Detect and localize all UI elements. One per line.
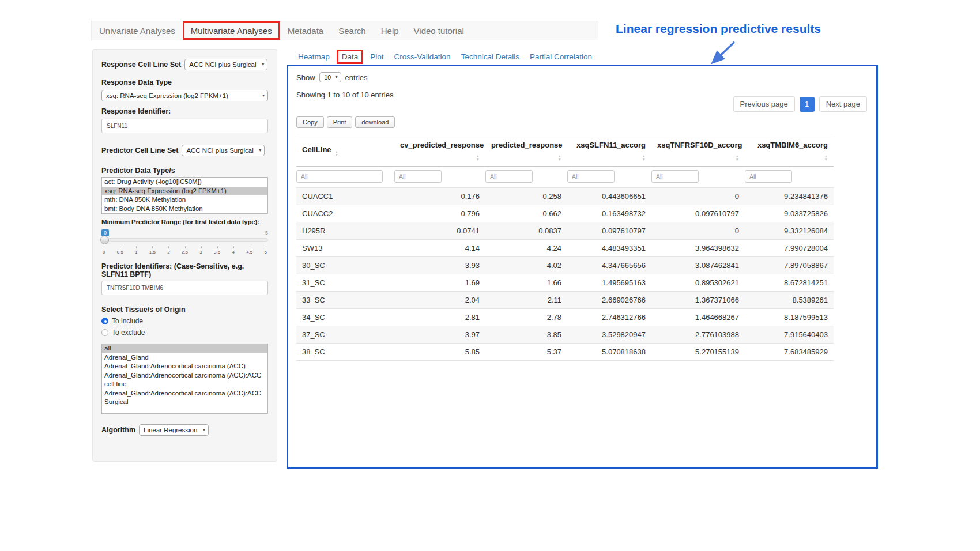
sort-icon[interactable]: ▲▼ (335, 150, 338, 157)
sidebar: Response Cell Line Set ACC NCI plus Surg… (92, 49, 277, 462)
sort-icon[interactable]: ▲▼ (476, 154, 480, 161)
option-xsq-rna-seq-expression-log2-fpkm-1[interactable]: xsq: RNA-seq Expression (log2 FPKM+1) (102, 187, 267, 196)
nav-item-search[interactable]: Search (331, 21, 374, 40)
option-all[interactable]: all (102, 344, 267, 353)
option-adrenal-gland-adrenocortical-carcinoma-acc[interactable]: Adrenal_Gland:Adrenocortical carcinoma (… (102, 362, 267, 371)
tissue-listbox: allAdrenal_GlandAdrenal_Gland:Adrenocort… (101, 344, 268, 414)
slider-tick: 0.5 (117, 246, 123, 255)
column-filter-cellline[interactable] (296, 170, 383, 183)
response-identifier-input[interactable] (101, 119, 268, 133)
column-header-predicted-response[interactable]: predicted_response▲▼ (485, 135, 567, 167)
column-filter-xsqslfn11-accorg[interactable] (567, 170, 615, 183)
tab-cross-validation[interactable]: Cross-Validation (389, 50, 456, 64)
column-header-xsqtnfrsf10d-accorg[interactable]: xsqTNFRSF10D_accorg▲▼ (651, 135, 745, 167)
table-cell: 3.85 (485, 326, 567, 344)
table-cell: 0.895302621 (651, 274, 745, 292)
algorithm-select[interactable]: Linear Regression (139, 424, 209, 436)
table-row[interactable]: 30_SC3.934.024.3476656563.0874628417.897… (296, 257, 834, 274)
table-row[interactable]: CUACC20.7960.6620.1634987320.0976107979.… (296, 205, 834, 222)
table-row[interactable]: CUACC10.1760.2580.44360665109.234841376 (296, 188, 834, 205)
current-page-button[interactable]: 1 (800, 97, 815, 112)
next-page-button[interactable]: Next page (819, 96, 867, 112)
column-header-xsqtmbim6-accorg[interactable]: xsqTMBIM6_accorg▲▼ (745, 135, 834, 167)
option-bmt-body-dna-850k-methylation[interactable]: bmt: Body DNA 850K Methylation (102, 205, 267, 214)
column-header-label: predicted_response (491, 141, 563, 149)
table-cell: 34_SC (296, 309, 394, 326)
previous-page-button[interactable]: Previous page (733, 96, 795, 112)
table-cell: 31_SC (296, 274, 394, 292)
table-cell: CUACC2 (296, 205, 394, 222)
option-adrenal-gland[interactable]: Adrenal_Gland (102, 353, 267, 363)
table-filter-row (296, 167, 834, 188)
table-cell: CUACC1 (296, 188, 394, 205)
slider-handle[interactable] (100, 236, 109, 244)
table-cell: 4.483493351 (567, 240, 651, 257)
response-cell-line-set-select[interactable]: ACC NCI plus Surgical (184, 59, 267, 70)
sort-icon[interactable]: ▲▼ (642, 154, 646, 161)
response-data-type-select[interactable]: xsq: RNA-seq Expression (log2 FPKM+1) (101, 90, 268, 101)
tab-data[interactable]: Data (337, 50, 364, 64)
table-cell: 0 (651, 188, 745, 205)
radio-to-include[interactable]: To include (101, 317, 268, 325)
tab-plot[interactable]: Plot (365, 50, 389, 64)
column-header-xsqslfn11-accorg[interactable]: xsqSLFN11_accorg▲▼ (567, 135, 651, 167)
table-row[interactable]: 33_SC2.042.112.6690267661.3673710668.538… (296, 292, 834, 309)
table-cell: 9.033725826 (745, 205, 834, 222)
table-cell: 5.37 (485, 344, 567, 361)
table-row[interactable]: 37_SC3.973.853.5298209472.7761039887.915… (296, 326, 834, 344)
table-cell: SW13 (296, 240, 394, 257)
sort-icon[interactable]: ▲▼ (824, 154, 828, 161)
tab-technical-details[interactable]: Technical Details (456, 50, 525, 64)
column-filter-xsqtnfrsf10d-accorg[interactable] (651, 170, 699, 183)
table-row[interactable]: 38_SC5.855.375.0708186385.2701551397.683… (296, 344, 834, 361)
predictor-cell-line-set-select[interactable]: ACC NCI plus Surgical (182, 145, 265, 156)
nav-item-univariate-analyses[interactable]: Univariate Analyses (92, 21, 183, 40)
slider-track[interactable] (101, 238, 268, 242)
sort-icon[interactable]: ▲▼ (736, 154, 739, 161)
predictor-identifiers-label: Predictor Identifiers: (Case-Sensitive, … (101, 262, 268, 278)
table-cell: 7.990728004 (745, 240, 834, 257)
min-predictor-range-slider: 0 5 00.511.522.533.544.55 (101, 230, 268, 256)
show-entries-select[interactable]: 10 (319, 72, 341, 82)
copy-button[interactable]: Copy (296, 116, 324, 128)
nav-item-multivariate-analyses[interactable]: Multivariate Analyses (183, 21, 280, 40)
option-adrenal-gland-adrenocortical-carcinoma-acc-acc-surgical[interactable]: Adrenal_Gland:Adrenocortical carcinoma (… (102, 389, 267, 407)
show-entries-control: Show 10 ▾ entries (296, 72, 868, 82)
tab-heatmap[interactable]: Heatmap (293, 50, 335, 64)
table-row[interactable]: 31_SC1.691.661.4956951630.8953026218.672… (296, 274, 834, 292)
nav-item-metadata[interactable]: Metadata (280, 21, 331, 40)
slider-tick: 4 (232, 246, 234, 255)
nav-item-help[interactable]: Help (374, 21, 406, 40)
slider-max-label: 5 (265, 230, 268, 236)
algorithm-label: Algorithm (101, 426, 135, 434)
predictor-data-types-label: Predictor Data Type/s (101, 167, 268, 175)
predictor-identifiers-input[interactable] (101, 281, 268, 295)
column-header-cv-predicted-response[interactable]: cv_predicted_response▲▼ (394, 135, 485, 167)
radio-to-exclude[interactable]: To exclude (101, 329, 268, 337)
table-cell: 4.347665656 (567, 257, 651, 274)
option-adrenal-gland-adrenocortical-carcinoma-acc-acc-cell-line[interactable]: Adrenal_Gland:Adrenocortical carcinoma (… (102, 371, 267, 389)
option-mth-dna-850k-methylation[interactable]: mth: DNA 850K Methylation (102, 195, 267, 205)
table-cell: 0.796 (394, 205, 485, 222)
table-cell: 2.746312766 (567, 309, 651, 326)
table-cell: 3.087462841 (651, 257, 745, 274)
download-button[interactable]: download (355, 116, 395, 128)
table-cell: 5.85 (394, 344, 485, 361)
sort-icon[interactable]: ▲▼ (558, 154, 561, 161)
table-row[interactable]: 34_SC2.812.782.7463127661.4646682678.187… (296, 309, 834, 326)
table-row[interactable]: H295R0.07410.08370.09761079709.332126084 (296, 222, 834, 240)
column-filter-cv-predicted-response[interactable] (394, 170, 442, 183)
column-filter-predicted-response[interactable] (485, 170, 533, 183)
option-act-drug-activity-log10-ic50m[interactable]: act: Drug Activity (-log10[IC50M]) (102, 178, 267, 187)
nav-item-video-tutorial[interactable]: Video tutorial (406, 21, 472, 40)
print-button[interactable]: Print (327, 116, 353, 128)
tab-partial-correlation[interactable]: Partial Correlation (525, 50, 597, 64)
table-row[interactable]: SW134.144.244.4834933513.9643986327.9907… (296, 240, 834, 257)
table-cell: 0.097610797 (651, 205, 745, 222)
table-cell: 2.81 (394, 309, 485, 326)
slider-tick: 3 (199, 246, 202, 255)
column-header-cellline[interactable]: CellLine▲▼ (296, 135, 394, 167)
column-filter-xsqtmbim6-accorg[interactable] (745, 170, 792, 183)
response-cell-line-set-label: Response Cell Line Set (101, 61, 181, 69)
slider-tick: 4.5 (246, 246, 252, 255)
